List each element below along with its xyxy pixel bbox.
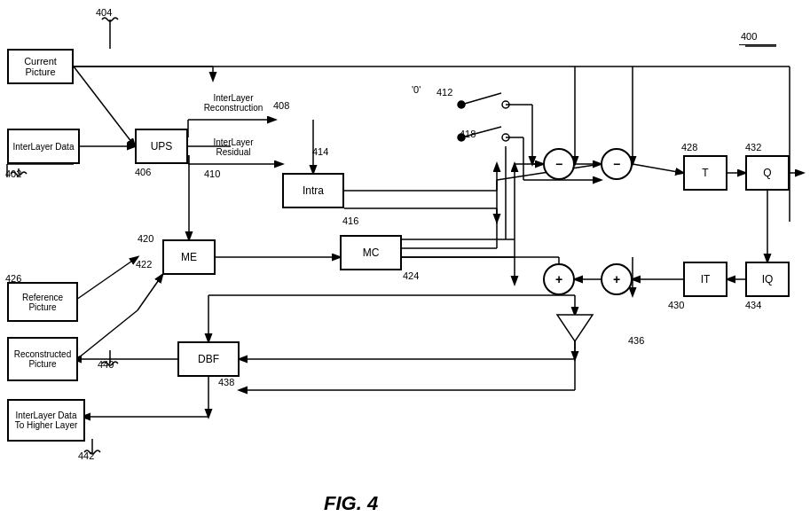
ref-430: 430 — [668, 300, 684, 310]
reconstructed-picture-label: ReconstructedPicture — [14, 349, 71, 369]
IQ-box: IQ — [745, 262, 790, 297]
ref-432: 432 — [745, 142, 761, 153]
ref-402: 402 — [5, 168, 21, 179]
Q-box: Q — [745, 155, 790, 191]
ref-434: 434 — [745, 300, 761, 310]
ref-436: 436 — [628, 335, 644, 346]
ups-label: UPS — [151, 140, 173, 153]
intra-box: Intra — [282, 173, 344, 208]
svg-line-57 — [74, 310, 138, 362]
T-box: T — [683, 155, 727, 191]
IT-label: IT — [701, 273, 711, 286]
add2-circle: + — [601, 263, 633, 295]
reference-picture-box: ReferencePicture — [7, 282, 78, 322]
add1-symbol: + — [555, 272, 562, 286]
interlayer-higher-label: InterLayer DataTo Higher Layer — [15, 411, 78, 430]
reference-picture-label: ReferencePicture — [22, 293, 63, 312]
svg-marker-47 — [557, 315, 593, 341]
T-label: T — [702, 167, 708, 179]
current-picture-box: Current Picture — [7, 49, 74, 84]
IT-box: IT — [683, 262, 727, 297]
current-picture-label: Current Picture — [9, 56, 72, 77]
ref-410: 410 — [204, 168, 220, 179]
ref-442: 442 — [78, 450, 94, 461]
subtract1-circle: − — [543, 148, 575, 180]
mc-label: MC — [363, 246, 380, 259]
interlayer-reconstruction-label: InterLayerReconstruction — [193, 93, 273, 113]
ref-412: 412 — [436, 87, 452, 98]
ref-422: 422 — [136, 259, 152, 270]
subtract2-symbol: − — [613, 157, 620, 171]
ref-416: 416 — [342, 215, 358, 226]
svg-line-1 — [74, 66, 135, 146]
ref-424: 424 — [403, 270, 419, 281]
svg-line-54 — [74, 257, 138, 301]
reconstructed-picture-box: ReconstructedPicture — [7, 337, 78, 381]
ref-440: 440 — [98, 359, 114, 370]
subtract2-circle: − — [601, 148, 633, 180]
figure-label: FIG. 4 — [324, 492, 378, 515]
IQ-label: IQ — [762, 273, 774, 286]
subtract1-symbol: − — [555, 157, 562, 171]
interlayer-data-box: InterLayer Data — [7, 129, 80, 164]
me-label: ME — [181, 251, 197, 263]
ref-426: 426 — [5, 273, 21, 284]
interlayer-residual-label: InterLayerResidual — [193, 137, 273, 157]
svg-line-39 — [633, 164, 683, 173]
ref-438: 438 — [218, 377, 234, 387]
dbf-box: DBF — [177, 341, 240, 377]
add2-symbol: + — [613, 272, 620, 286]
mc-box: MC — [340, 235, 402, 270]
ref-428: 428 — [681, 142, 697, 153]
ups-box: UPS — [135, 129, 188, 164]
dbf-label: DBF — [198, 353, 219, 365]
ref-408: 408 — [273, 100, 289, 111]
ref-420: 420 — [138, 233, 153, 244]
interlayer-data-label: InterLayer Data — [13, 142, 75, 152]
zero-label: '0' — [412, 84, 421, 95]
me-box: ME — [162, 239, 216, 275]
add1-circle: + — [543, 263, 575, 295]
interlayer-higher-box: InterLayer DataTo Higher Layer — [7, 399, 85, 442]
underline-400 — [739, 44, 776, 45]
svg-line-24 — [461, 93, 501, 105]
intra-label: Intra — [303, 184, 324, 197]
ref-404: 404 — [96, 7, 112, 18]
Q-label: Q — [763, 167, 771, 179]
diagram-container: Current Picture InterLayer Data UPS Intr… — [0, 0, 810, 532]
ref-400: 400 — [741, 31, 757, 42]
ref-418: 418 — [460, 129, 476, 139]
ref-414: 414 — [312, 146, 328, 157]
ref-406: 406 — [135, 167, 151, 177]
svg-line-58 — [138, 275, 162, 310]
